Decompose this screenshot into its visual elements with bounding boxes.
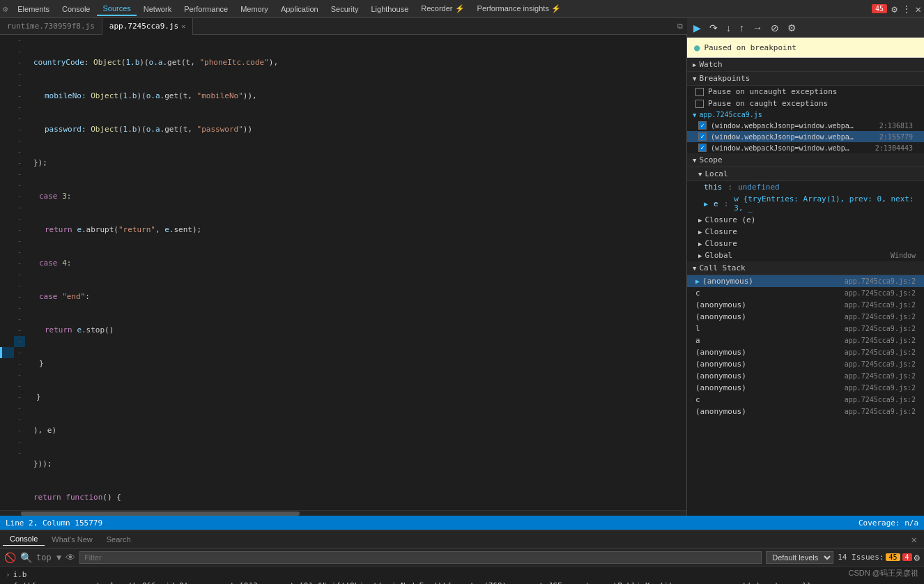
bp-file-header: app.7245cca9.js — [687, 109, 924, 120]
tab-elements[interactable]: Elements — [12, 3, 55, 15]
file-tab-close[interactable]: ✕ — [181, 22, 185, 30]
cs-item-7[interactable]: (anonymous) app.7245cca9.js:2 — [687, 358, 924, 370]
minus: - — [14, 269, 25, 280]
scope-e[interactable]: ▶ e : w {tryEntries: Array(1), prev: 0, … — [687, 193, 924, 214]
tab-performance-insights[interactable]: Performance insights ⚡ — [472, 2, 567, 15]
global-value: Window — [891, 252, 916, 259]
bp-item-0[interactable]: ✓ (window.webpackJsonp=window.webpa… 2:1… — [687, 120, 924, 131]
minus: - — [14, 358, 25, 369]
bp-item-1[interactable]: ✓ (window.webpackJsonp=window.webpa… 2:1… — [687, 131, 924, 142]
minus: - — [14, 414, 25, 425]
local-header[interactable]: Local — [687, 167, 924, 181]
scope-section-header[interactable]: Scope — [687, 153, 924, 167]
context-selector[interactable]: top ▼ — [36, 553, 61, 562]
cs-item-9[interactable]: (anonymous) app.7245cca9.js:2 — [687, 382, 924, 394]
cs-item-1[interactable]: c app.7245cca9.js:2 — [687, 287, 924, 299]
resume-button[interactable]: ▶ — [691, 22, 703, 34]
gutter-line — [0, 392, 14, 403]
scope-this[interactable]: this : undefined — [687, 181, 924, 193]
code-line-13: })); — [31, 459, 686, 470]
pause-uncaught-checkbox[interactable] — [695, 88, 704, 96]
filter-icon[interactable]: 🔍 — [20, 552, 32, 563]
breakpoints-section-header[interactable]: Breakpoints — [687, 72, 924, 86]
show-live-expressions-icon[interactable]: 👁 — [66, 552, 75, 563]
closure-e-header[interactable]: Closure (e) — [687, 214, 924, 226]
bp-checkbox-2[interactable]: ✓ — [698, 144, 707, 152]
bp-checkbox-1[interactable]: ✓ — [698, 132, 707, 141]
scope-chevron — [693, 157, 696, 164]
cs-item-5[interactable]: a app.7245cca9.js:2 — [687, 335, 924, 346]
tab-recorder[interactable]: Recorder ⚡ — [415, 2, 470, 15]
deactivate-breakpoints-button[interactable]: ⊘ — [769, 22, 781, 34]
step-button[interactable]: → — [750, 22, 764, 34]
tab-memory[interactable]: Memory — [235, 3, 274, 15]
closure1-chevron — [698, 229, 702, 236]
settings-button[interactable]: ⚙ — [785, 22, 799, 34]
cs-item-4[interactable]: l app.7245cca9.js:2 — [687, 323, 924, 335]
console-filter-input[interactable] — [79, 551, 762, 564]
pause-caught-checkbox[interactable] — [695, 100, 704, 108]
tab-lighthouse[interactable]: Lighthouse — [365, 3, 414, 15]
step-out-button[interactable]: ↑ — [737, 22, 746, 34]
tab-console[interactable]: Console — [56, 3, 95, 15]
clear-console-icon[interactable]: 🚫 — [4, 552, 16, 563]
search-tab[interactable]: Search — [100, 533, 138, 546]
closure2-header[interactable]: Closure — [687, 238, 924, 249]
minus: - — [14, 447, 25, 459]
bp-item-2[interactable]: ✓ (window.webpackJsonp=window.webp… 2:13… — [687, 142, 924, 153]
pause-uncaught-row[interactable]: Pause on uncaught exceptions — [687, 86, 924, 98]
horizontal-scrollbar[interactable] — [0, 510, 686, 516]
file-tab-app[interactable]: app.7245cca9.js ✕ — [102, 18, 193, 35]
tab-performance[interactable]: Performance — [178, 3, 233, 15]
scope-this-key: this — [704, 183, 723, 192]
close-icon[interactable]: ✕ — [916, 3, 921, 15]
whats-new-tab[interactable]: What's New — [45, 533, 99, 546]
split-editor-icon[interactable]: ⧉ — [673, 22, 687, 31]
cs-item-2[interactable]: (anonymous) app.7245cca9.js:2 — [687, 299, 924, 311]
minus: - — [14, 280, 25, 291]
tab-application[interactable]: Application — [275, 3, 324, 15]
gutter-line — [0, 135, 14, 146]
gear-icon-console[interactable]: ⚙ — [914, 552, 920, 563]
file-tab-runtime[interactable]: runtime.730959f8.js — [0, 18, 102, 35]
global-header[interactable]: Global Window — [687, 249, 924, 261]
gutter-line — [0, 336, 14, 347]
closure1-header[interactable]: Closure — [687, 226, 924, 238]
bp-file-chevron — [693, 112, 696, 118]
gutter-line — [0, 224, 14, 236]
cs-item-10[interactable]: c app.7245cca9.js:2 — [687, 394, 924, 406]
minus: - — [14, 369, 25, 381]
active-gutter-line — [0, 347, 14, 358]
close-bottom-icon[interactable]: ✕ — [911, 534, 917, 545]
pause-caught-row[interactable]: Pause on caught exceptions — [687, 98, 924, 109]
console-level-select[interactable]: Default levels — [766, 551, 833, 564]
gutter-line — [0, 258, 14, 269]
tab-network[interactable]: Network — [138, 3, 177, 15]
gutter-line — [0, 102, 14, 113]
gutter-line — [0, 280, 14, 291]
gutter-line — [0, 146, 14, 157]
console-tab[interactable]: Console — [3, 532, 45, 546]
cs-item-0[interactable]: ▶ (anonymous) app.7245cca9.js:2 — [687, 275, 924, 287]
tab-security[interactable]: Security — [325, 3, 364, 15]
scroll-thumb[interactable] — [21, 512, 300, 516]
cs-item-8[interactable]: (anonymous) app.7245cca9.js:2 — [687, 370, 924, 382]
step-into-button[interactable]: ↓ — [724, 22, 733, 34]
code-panel[interactable]: - - - - - - - - - - - - - - - - - — [0, 35, 687, 516]
more-icon[interactable]: ⋮ — [902, 3, 911, 15]
settings-icon[interactable]: ⚙ — [891, 3, 897, 15]
cs-item-3[interactable]: (anonymous) app.7245cca9.js:2 — [687, 311, 924, 323]
right-panel-content[interactable]: ● Paused on breakpoint Watch Breakpoints… — [687, 38, 924, 516]
gutter-line — [0, 325, 14, 336]
console-toolbar: 🚫 🔍 top ▼ 👁 Default levels 14 Issues: 45… — [0, 548, 924, 567]
cs-item-11[interactable]: (anonymous) app.7245cca9.js:2 — [687, 406, 924, 417]
paused-dot: ● — [694, 42, 700, 53]
cs-item-6[interactable]: (anonymous) app.7245cca9.js:2 — [687, 346, 924, 358]
watch-section-header[interactable]: Watch — [687, 58, 924, 72]
bp-checkbox-0[interactable]: ✓ — [698, 121, 707, 130]
bottom-panel-close[interactable]: ✕ — [911, 534, 921, 545]
callstack-section-header[interactable]: Call Stack — [687, 261, 924, 275]
gutter-line — [0, 302, 14, 314]
step-over-button[interactable]: ↷ — [707, 22, 720, 34]
tab-sources[interactable]: Sources — [97, 2, 136, 16]
